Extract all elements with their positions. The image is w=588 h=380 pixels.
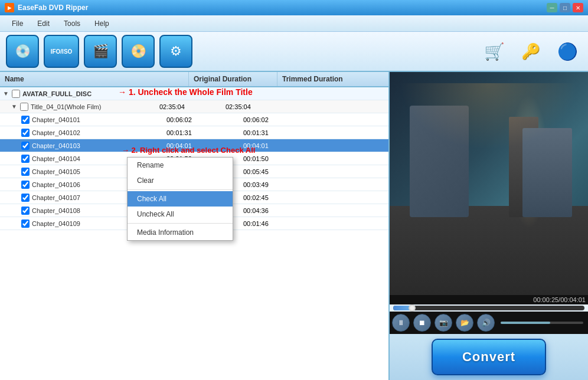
volume-slider[interactable] bbox=[501, 322, 583, 324]
scene-floor bbox=[390, 206, 588, 295]
table-row[interactable]: Chapter_040102 00:01:31 00:01:31 bbox=[0, 126, 388, 139]
ctx-media-info[interactable]: Media Information bbox=[128, 225, 233, 240]
maximize-button[interactable]: □ bbox=[560, 3, 570, 12]
volume-button[interactable]: 🔊 bbox=[477, 314, 495, 332]
row-checkbox[interactable] bbox=[21, 168, 30, 176]
right-panel: 00:00:25/00:04:01 ⏸ ⏹ 📷 📂 🔊 bbox=[390, 72, 588, 380]
video-controls: ⏸ ⏹ 📷 📂 🔊 bbox=[390, 312, 588, 334]
convert-area: Convert bbox=[390, 334, 588, 380]
col-header-trim: Trimmed Duration bbox=[277, 72, 388, 86]
row-name: Chapter_040102 bbox=[32, 129, 166, 136]
col-header-orig: Original Duration bbox=[189, 72, 277, 86]
row-trim: 00:01:31 bbox=[243, 129, 388, 136]
table-row[interactable]: Chapter_040101 00:06:02 00:06:02 bbox=[0, 113, 388, 126]
left-section: Name Original Duration Trimmed Duration … bbox=[0, 72, 390, 380]
row-trim: 00:03:49 bbox=[243, 181, 388, 188]
toolbar-right: 🛒 🔑 🔵 bbox=[479, 37, 582, 66]
app-title: EaseFab DVD Ripper bbox=[18, 4, 88, 12]
title-bar: ▶ EaseFab DVD Ripper ─ □ ✕ bbox=[0, 0, 588, 15]
play-pause-button[interactable]: ⏸ bbox=[392, 314, 410, 332]
ctx-divider bbox=[128, 189, 233, 190]
toolbar-key[interactable]: 🔑 bbox=[516, 37, 545, 66]
row-checkbox[interactable] bbox=[12, 90, 20, 98]
toolbar-video-add[interactable]: 🎬 bbox=[84, 35, 117, 68]
row-orig: 00:01:31 bbox=[166, 129, 243, 136]
row-checkbox[interactable] bbox=[20, 103, 28, 111]
scene-glow bbox=[400, 83, 578, 150]
col-header-name: Name bbox=[0, 72, 189, 86]
row-checkbox[interactable] bbox=[21, 194, 30, 202]
video-preview bbox=[390, 72, 588, 295]
speaker-icon: 🔊 bbox=[482, 319, 491, 327]
annotation-step2: → 2. Right click and select Check All bbox=[122, 146, 255, 155]
row-checkbox[interactable] bbox=[21, 116, 30, 124]
ctx-check-all[interactable]: Check All bbox=[128, 191, 233, 207]
row-trim: 02:35:04 bbox=[226, 103, 388, 110]
row-orig: 02:35:04 bbox=[155, 103, 226, 110]
row-checkbox[interactable] bbox=[21, 220, 30, 228]
row-trim: 00:01:50 bbox=[243, 155, 388, 162]
app-icon: ▶ bbox=[5, 3, 14, 12]
row-trim: 00:04:36 bbox=[243, 207, 388, 214]
menu-file[interactable]: File bbox=[5, 17, 30, 30]
annotation-step1: → 1. Uncheck the Whole Film Title bbox=[118, 87, 253, 97]
stop-button[interactable]: ⏹ bbox=[413, 314, 431, 332]
close-button[interactable]: ✕ bbox=[573, 3, 583, 12]
open-folder-button[interactable]: 📂 bbox=[456, 314, 473, 332]
menu-tools[interactable]: Tools bbox=[57, 17, 87, 30]
row-checkbox[interactable] bbox=[21, 129, 30, 137]
row-name: Title_04_01(Whole Film) bbox=[31, 103, 155, 110]
ctx-uncheck-all[interactable]: Uncheck All bbox=[128, 207, 233, 222]
file-list[interactable]: ▼ AVATAR_FUULL_DISC → 1. Uncheck the Who… bbox=[0, 87, 388, 380]
toolbar-ifo-iso[interactable]: IFO/ISO bbox=[44, 35, 79, 68]
convert-button[interactable]: Convert bbox=[432, 339, 546, 375]
row-name: Chapter_040101 bbox=[32, 116, 166, 123]
ctx-clear[interactable]: Clear bbox=[128, 173, 233, 188]
row-trim: 00:01:46 bbox=[243, 220, 388, 227]
menu-bar: File Edit Tools Help bbox=[0, 15, 588, 32]
toolbar-settings[interactable]: ⚙ bbox=[159, 35, 192, 68]
menu-help[interactable]: Help bbox=[87, 17, 116, 30]
toolbar-dvd-add[interactable]: 💿 bbox=[6, 35, 39, 68]
expand-icon[interactable]: ▼ bbox=[2, 90, 9, 97]
video-add-icon: 🎬 bbox=[93, 45, 109, 58]
file-panel: Name Original Duration Trimmed Duration … bbox=[0, 72, 390, 380]
progress-thumb bbox=[409, 304, 416, 312]
table-row[interactable]: ▼ Title_04_01(Whole Film) 02:35:04 02:35… bbox=[0, 100, 388, 113]
help-icon: 🔵 bbox=[557, 42, 578, 61]
main-area: Name Original Duration Trimmed Duration … bbox=[0, 72, 588, 380]
toolbar-dvd-load[interactable]: 📀 bbox=[122, 35, 155, 68]
toolbar-basket[interactable]: 🛒 bbox=[479, 37, 509, 66]
stop-icon: ⏹ bbox=[419, 319, 426, 327]
file-table-header: Name Original Duration Trimmed Duration bbox=[0, 72, 388, 87]
pause-icon: ⏸ bbox=[397, 319, 404, 327]
row-trim: 00:02:45 bbox=[243, 194, 388, 201]
row-checkbox[interactable] bbox=[21, 142, 30, 150]
row-trim: 00:06:02 bbox=[243, 116, 388, 123]
row-checkbox[interactable] bbox=[21, 155, 30, 163]
toolbar-help[interactable]: 🔵 bbox=[553, 37, 582, 66]
window-controls: ─ □ ✕ bbox=[547, 3, 583, 12]
folder-open-icon: 📂 bbox=[460, 319, 469, 327]
ctx-divider2 bbox=[128, 223, 233, 224]
video-progress-bar[interactable] bbox=[393, 306, 584, 310]
toolbar: 💿 IFO/ISO 🎬 📀 ⚙ 🛒 🔑 🔵 bbox=[0, 32, 588, 72]
menu-edit[interactable]: Edit bbox=[30, 17, 57, 30]
settings-gear-icon: ⚙ bbox=[170, 45, 182, 58]
context-menu: → 2. Right click and select Check All Re… bbox=[127, 157, 233, 241]
expand-icon[interactable]: ▼ bbox=[11, 103, 18, 110]
row-checkbox[interactable] bbox=[21, 207, 30, 215]
minimize-button[interactable]: ─ bbox=[547, 3, 557, 12]
dvd-load-icon: 📀 bbox=[130, 45, 146, 58]
volume-fill bbox=[501, 322, 550, 324]
row-orig: 00:06:02 bbox=[166, 116, 243, 123]
camera-icon: 📷 bbox=[439, 319, 448, 327]
ctx-rename[interactable]: Rename bbox=[128, 158, 233, 173]
video-scene bbox=[390, 72, 588, 295]
snapshot-button[interactable]: 📷 bbox=[435, 314, 452, 332]
ifo-iso-label: IFO/ISO bbox=[51, 48, 73, 55]
row-checkbox[interactable] bbox=[21, 181, 30, 189]
dvd-add-icon: 💿 bbox=[15, 45, 31, 58]
row-trim: 00:05:45 bbox=[243, 168, 388, 175]
convert-label: Convert bbox=[462, 349, 515, 364]
